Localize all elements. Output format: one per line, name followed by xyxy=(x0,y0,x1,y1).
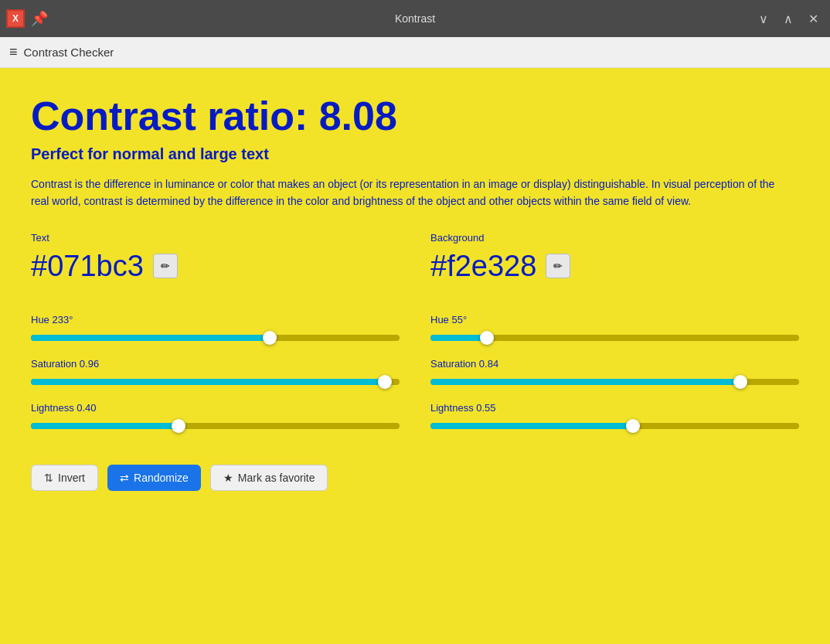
text-lightness-thumb[interactable] xyxy=(172,419,185,433)
minimize-button[interactable]: ∨ xyxy=(753,8,774,29)
menubar: ≡ Contrast Checker xyxy=(0,37,830,68)
bg-saturation-label: Saturation 0.84 xyxy=(430,358,799,370)
bg-lightness-slider-wrapper xyxy=(430,418,799,434)
text-saturation-slider-wrapper xyxy=(31,374,400,390)
text-hue-track xyxy=(31,335,400,341)
hamburger-icon[interactable]: ≡ xyxy=(9,44,18,60)
bg-hue-slider-section: Hue 55° xyxy=(430,314,799,346)
text-color-hex: #071bc3 xyxy=(31,250,144,283)
text-saturation-slider-section: Saturation 0.96 xyxy=(31,358,400,390)
app-title: Kontrast xyxy=(395,12,435,25)
text-lightness-track xyxy=(31,423,400,429)
bg-color-hex: #f2e328 xyxy=(430,250,536,283)
text-sliders-col: Hue 233° Saturation 0.96 xyxy=(31,314,400,446)
bg-hue-slider-wrapper xyxy=(430,330,799,346)
bg-color-label: Background xyxy=(430,232,799,244)
invert-button[interactable]: ⇅ Invert xyxy=(31,465,98,491)
randomize-button[interactable]: ⇄ Randomize xyxy=(107,465,201,491)
text-lightness-slider-section: Lightness 0.40 xyxy=(31,402,400,434)
maximize-button[interactable]: ∧ xyxy=(777,8,799,29)
action-buttons-row: ⇅ Invert ⇄ Randomize ★ Mark as favorite xyxy=(31,465,799,491)
bg-lightness-track xyxy=(430,423,799,429)
randomize-icon: ⇄ xyxy=(120,472,129,484)
text-saturation-label: Saturation 0.96 xyxy=(31,358,400,370)
text-color-value-row: #071bc3 ✏ xyxy=(31,250,400,283)
bg-saturation-slider-section: Saturation 0.84 xyxy=(430,358,799,390)
titlebar-left: X 📌 xyxy=(6,9,48,28)
text-lightness-label: Lightness 0.40 xyxy=(31,402,400,414)
app-icon-label: X xyxy=(12,13,19,24)
contrast-ratio: Contrast ratio: 8.08 xyxy=(31,93,799,139)
bg-saturation-track xyxy=(430,379,799,385)
text-lightness-fill xyxy=(31,423,179,429)
close-button[interactable]: ✕ xyxy=(802,8,824,29)
text-hue-fill xyxy=(31,335,270,341)
bg-color-value-row: #f2e328 ✏ xyxy=(430,250,799,283)
bg-sliders-col: Hue 55° Saturation 0.84 xyxy=(430,314,799,446)
pin-icon[interactable]: 📌 xyxy=(31,10,48,27)
bg-lightness-label: Lightness 0.55 xyxy=(430,402,799,414)
sliders-row: Hue 233° Saturation 0.96 xyxy=(31,314,799,446)
star-icon: ★ xyxy=(223,472,233,484)
favorite-label: Mark as favorite xyxy=(238,472,315,484)
description-text: Contrast is the difference in luminance … xyxy=(31,175,788,210)
text-color-label: Text xyxy=(31,232,400,244)
bg-hue-track xyxy=(430,335,799,341)
bg-lightness-slider-section: Lightness 0.55 xyxy=(430,402,799,434)
quality-text: Perfect for normal and large text xyxy=(31,145,799,163)
bg-saturation-thumb[interactable] xyxy=(733,375,747,389)
colors-row: Text #071bc3 ✏ Background #f2e328 ✏ xyxy=(31,232,799,295)
bg-hue-label: Hue 55° xyxy=(430,314,799,325)
text-saturation-thumb[interactable] xyxy=(378,375,392,389)
main-content: Contrast ratio: 8.08 Perfect for normal … xyxy=(0,68,830,644)
text-hue-slider-section: Hue 233° xyxy=(31,314,400,346)
bg-saturation-fill xyxy=(430,379,740,385)
bg-saturation-slider-wrapper xyxy=(430,374,799,390)
app-section-title: Contrast Checker xyxy=(24,46,114,59)
invert-icon: ⇅ xyxy=(44,472,53,484)
app-icon: X xyxy=(6,9,25,28)
randomize-label: Randomize xyxy=(134,472,189,484)
bg-color-edit-button[interactable]: ✏ xyxy=(546,254,570,278)
favorite-button[interactable]: ★ Mark as favorite xyxy=(210,465,328,491)
text-hue-slider-wrapper xyxy=(31,330,400,346)
text-hue-thumb[interactable] xyxy=(263,331,277,345)
invert-label: Invert xyxy=(58,472,85,484)
text-saturation-fill xyxy=(31,379,385,385)
bg-hue-fill xyxy=(430,335,487,341)
text-saturation-track xyxy=(31,379,400,385)
bg-color-section: Background #f2e328 ✏ xyxy=(430,232,799,295)
text-color-edit-button[interactable]: ✏ xyxy=(153,254,178,278)
text-hue-label: Hue 233° xyxy=(31,314,400,325)
bg-hue-thumb[interactable] xyxy=(480,331,494,345)
text-lightness-slider-wrapper xyxy=(31,418,400,434)
text-color-section: Text #071bc3 ✏ xyxy=(31,232,400,295)
bg-lightness-thumb[interactable] xyxy=(626,419,640,433)
bg-lightness-fill xyxy=(430,423,633,429)
window-controls: ∨ ∧ ✕ xyxy=(753,8,824,29)
titlebar: X 📌 Kontrast ∨ ∧ ✕ xyxy=(0,0,830,37)
